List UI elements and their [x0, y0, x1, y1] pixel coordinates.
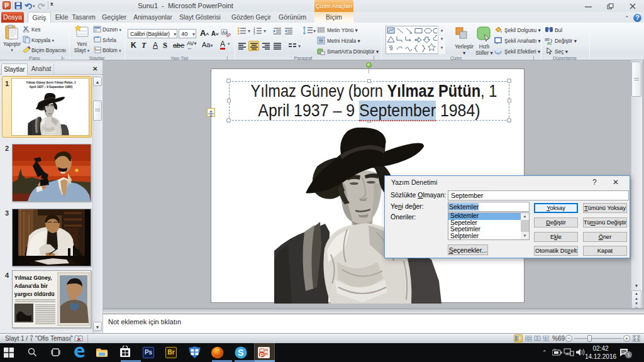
svg-text:S: S	[238, 348, 243, 358]
svg-text:3: 3	[253, 32, 255, 35]
svg-text:P: P	[260, 352, 264, 358]
svg-text:Adana'da bir: Adana'da bir	[14, 283, 48, 289]
svg-text:Yılmaz Güney,: Yılmaz Güney,	[14, 275, 52, 281]
svg-text:Aa: Aa	[222, 30, 228, 35]
svg-text:ac: ac	[547, 41, 552, 45]
svg-text:yargıcı öldürdü: yargıcı öldürdü	[14, 291, 55, 297]
